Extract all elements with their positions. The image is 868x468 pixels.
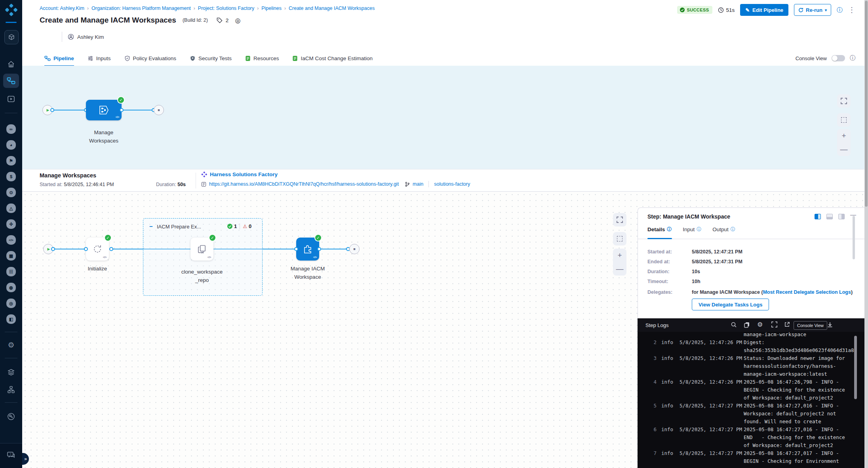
clone-node-label[interactable]: clone_workspace_repo bbox=[181, 268, 223, 284]
branch-link[interactable]: main bbox=[413, 181, 423, 187]
tab-resources[interactable]: Resources bbox=[245, 51, 279, 66]
info-icon[interactable]: ⓘ bbox=[731, 226, 735, 233]
executions-icon[interactable] bbox=[6, 94, 16, 104]
canvas-select-button[interactable] bbox=[837, 113, 851, 127]
layout-right-panel-button[interactable] bbox=[838, 214, 845, 219]
module-box-cube-icon[interactable] bbox=[4, 30, 19, 44]
info-icon[interactable]: ⓘ bbox=[850, 55, 855, 62]
flag-icon[interactable]: ⚑ bbox=[6, 156, 16, 166]
breadcrumb-account[interactable]: Account: Ashley.Kim bbox=[40, 6, 84, 11]
target-icon[interactable]: ◎ bbox=[6, 299, 16, 308]
grid-box-icon[interactable]: ▦ bbox=[6, 251, 16, 261]
code-icon[interactable]: </> bbox=[6, 235, 16, 245]
settings-gear-icon[interactable]: ⚙ bbox=[0, 341, 22, 350]
stage-node-manage-workspaces[interactable]: ✓ </> bbox=[86, 100, 122, 120]
sidebar-expand-tab[interactable]: » bbox=[22, 453, 29, 465]
home-icon[interactable] bbox=[6, 59, 16, 69]
log-entry: 6info5/8/2025, 12:47:27 PM2025-05-08 16:… bbox=[646, 426, 856, 449]
log-scrollbar[interactable] bbox=[854, 336, 857, 399]
execution-tabbar: Pipeline Inputs Policy Evaluations Secur… bbox=[22, 51, 868, 66]
log-entry: manage-iacm-workspace bbox=[646, 332, 856, 339]
stage-graph-canvas[interactable]: ▶ ✓ </> ■ Manage Workspaces bbox=[22, 66, 868, 169]
step-node-manage-iacm-workspace[interactable]: ✓ </> bbox=[296, 238, 319, 261]
started-at-label: Started at: bbox=[647, 249, 672, 255]
download-icon[interactable] bbox=[827, 322, 833, 328]
help-chat-icon[interactable]: ? bbox=[6, 451, 16, 460]
key-circle-icon[interactable] bbox=[6, 412, 16, 421]
hierarchy-gear-icon[interactable] bbox=[6, 385, 16, 394]
diamond-icon[interactable]: ◎ bbox=[235, 17, 240, 24]
pipeline-end-node[interactable]: ■ bbox=[154, 105, 164, 115]
step-node-clone-workspace-repo[interactable]: ✓ </> bbox=[190, 238, 213, 261]
stage-node-label[interactable]: Manage Workspaces bbox=[84, 128, 124, 145]
breadcrumb-current[interactable]: Create and Manage IACM Workspaces bbox=[289, 6, 375, 11]
zoom-out-button[interactable]: — bbox=[840, 145, 848, 154]
repo-tag-link[interactable]: solutions-factory bbox=[434, 181, 470, 187]
console-view-button[interactable]: Console View bbox=[794, 321, 827, 330]
zoom-in-button[interactable]: + bbox=[617, 251, 622, 260]
page-scrollbar-thumb[interactable] bbox=[865, 1, 868, 207]
canvas-fullscreen-button[interactable] bbox=[613, 213, 626, 226]
breadcrumb-pipelines[interactable]: Pipelines bbox=[261, 6, 282, 11]
layout-left-panel-button[interactable] bbox=[815, 214, 821, 219]
infinity-icon[interactable]: ∞ bbox=[6, 124, 16, 134]
shield-search-icon[interactable]: ⊙ bbox=[6, 188, 16, 197]
cube-icon[interactable]: ◧ bbox=[6, 314, 16, 324]
canvas-select-button[interactable] bbox=[613, 232, 626, 245]
execution-end-node[interactable]: ■ bbox=[349, 244, 360, 254]
tab-security-tests[interactable]: Security Tests bbox=[190, 51, 232, 66]
mesh-shield-icon[interactable]: ☷ bbox=[6, 267, 16, 276]
page-scrollbar-track[interactable] bbox=[864, 0, 868, 468]
step-logs-body[interactable]: manage-iacm-workspace 2info5/8/2025, 12:… bbox=[638, 332, 856, 468]
layout-bottom-panel-button[interactable] bbox=[826, 214, 833, 219]
sidebar-item-pipelines[interactable] bbox=[3, 74, 19, 88]
initialize-node-label[interactable]: Initialize bbox=[82, 264, 113, 273]
tab-output[interactable]: Outputⓘ bbox=[712, 226, 735, 233]
gear-icon[interactable]: ⚙ bbox=[757, 322, 763, 328]
breadcrumb: Account: Ashley.Kim › Organization: Harn… bbox=[40, 6, 375, 11]
ended-at-value: 5/8/2025, 12:47:31 PM bbox=[692, 259, 742, 264]
breadcrumb-organization[interactable]: Organization: Harness Platform Managemen… bbox=[91, 6, 191, 11]
expand-icon[interactable] bbox=[771, 322, 777, 327]
manage-node-label[interactable]: Manage IACM Workspace bbox=[286, 264, 330, 281]
tab-iacm-cost-change-estimation[interactable]: IaCM Cost Change Estimation bbox=[292, 51, 373, 66]
external-link-icon[interactable] bbox=[784, 322, 790, 327]
tab-input[interactable]: Inputⓘ bbox=[683, 226, 701, 233]
view-delegate-tasks-logs-button[interactable]: View Delegate Tasks Logs bbox=[692, 299, 769, 310]
info-icon[interactable]: ⓘ bbox=[697, 226, 701, 233]
check-circle-icon bbox=[227, 224, 232, 229]
canvas-fullscreen-button[interactable] bbox=[837, 94, 851, 108]
globe-search-icon[interactable]: ◍ bbox=[6, 283, 16, 292]
info-icon[interactable]: ⓘ bbox=[667, 226, 672, 233]
delegate-selection-logs-link[interactable]: Most Recent Delegate Selection Logs bbox=[763, 289, 851, 295]
search-icon[interactable] bbox=[731, 322, 737, 328]
collapse-minus-icon[interactable]: − bbox=[149, 223, 153, 230]
panel-scrollbar[interactable] bbox=[853, 216, 855, 259]
tag-icon[interactable] bbox=[217, 17, 223, 23]
repo-name-link[interactable]: Harness Solutions Factory bbox=[210, 171, 278, 177]
rerun-button[interactable]: Re-run ▾ bbox=[794, 4, 831, 16]
console-view-toggle[interactable] bbox=[832, 55, 845, 61]
pie-chart-icon[interactable]: ◕ bbox=[6, 140, 16, 150]
zoom-out-button[interactable]: — bbox=[616, 264, 624, 273]
harness-logo-icon[interactable] bbox=[5, 4, 17, 16]
kebab-menu-icon[interactable]: ⋮ bbox=[848, 6, 855, 14]
zoom-in-button[interactable]: + bbox=[841, 131, 846, 140]
copy-icon[interactable] bbox=[744, 322, 750, 328]
propeller-icon[interactable]: ✣ bbox=[6, 219, 16, 229]
tab-pipeline[interactable]: Pipeline bbox=[44, 51, 74, 66]
tab-inputs[interactable]: Inputs bbox=[88, 51, 111, 66]
tab-details[interactable]: Detailsⓘ bbox=[647, 226, 672, 233]
fullscreen-icon bbox=[617, 217, 623, 223]
timeout-label: Timeout: bbox=[647, 279, 668, 284]
edit-pipeline-button[interactable]: ✎ Edit Pipeline bbox=[740, 4, 788, 16]
breadcrumb-project[interactable]: Project: Solutions Factory bbox=[198, 6, 254, 11]
cloud-dollar-icon[interactable]: $ bbox=[6, 172, 16, 181]
layers-gear-icon[interactable] bbox=[6, 367, 16, 377]
info-icon[interactable]: ⓘ bbox=[837, 6, 843, 14]
tab-policy-evaluations[interactable]: Policy Evaluations bbox=[124, 51, 177, 66]
step-node-initialize[interactable]: ✓ </> bbox=[86, 238, 109, 261]
code-badge-icon: </> bbox=[207, 255, 211, 259]
repo-url-link[interactable]: https://git.harness.io/AM8HCbDiTXGQNrTlh… bbox=[209, 181, 399, 187]
triangles-icon[interactable]: △ bbox=[6, 204, 16, 213]
